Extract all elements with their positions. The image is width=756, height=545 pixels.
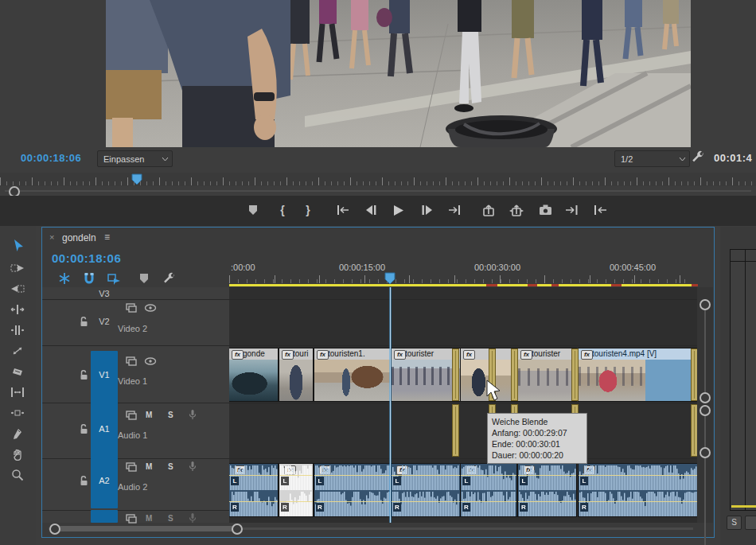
scrollbar-zoom-handle-left[interactable] (49, 524, 60, 535)
timeline-timecode[interactable]: 00:00:18:06 (52, 251, 121, 265)
insert-button[interactable] (564, 202, 580, 218)
monitor-scrollbar[interactable] (0, 186, 756, 196)
add-marker-button[interactable] (245, 202, 261, 218)
playhead-line[interactable] (390, 287, 391, 523)
monitor-duration-timecode[interactable]: 00:01:4 (714, 152, 756, 164)
play-button[interactable] (390, 202, 406, 218)
video-transition[interactable] (452, 348, 459, 401)
track-v1-eye-icon[interactable] (144, 356, 157, 366)
selection-tool[interactable] (9, 237, 26, 253)
track-a1-solo-button[interactable]: S (168, 411, 173, 419)
monitor-time-ruler[interactable] (0, 173, 756, 186)
video-clip-touristen2[interactable]: tourister fx (392, 348, 460, 401)
track-v1-target[interactable]: V1 (91, 370, 118, 380)
video-transition[interactable] (571, 348, 579, 401)
zoom-tool[interactable] (9, 467, 26, 483)
video-clip-touristen4-selected[interactable]: touristen4.mp4 [V] fx (579, 348, 697, 401)
track-a2-target[interactable]: A2 (91, 476, 118, 485)
track-a3-solo-button[interactable]: S (168, 514, 173, 523)
ripple-edit-tool[interactable] (9, 302, 26, 317)
zoom-level-dropdown[interactable]: Einpassen (97, 150, 173, 167)
track-select-forward-tool[interactable] (9, 260, 26, 276)
slide-tool[interactable] (9, 405, 26, 421)
track-v2-lock-icon[interactable] (79, 317, 89, 327)
snap-button[interactable] (83, 272, 95, 285)
overwrite-button[interactable] (592, 202, 608, 218)
mark-in-button[interactable]: { (275, 202, 290, 218)
video-clip-touri[interactable]: touri fx (279, 348, 313, 401)
track-a2-solo-button[interactable]: S (168, 462, 173, 471)
track-a3-mic-icon[interactable] (188, 512, 197, 524)
audio-clip-selected[interactable]: fx L R (279, 464, 313, 516)
track-v2-eye-icon[interactable] (144, 303, 157, 313)
rate-stretch-tool[interactable] (9, 343, 26, 359)
track-v1-lock-icon[interactable] (79, 370, 89, 380)
audio-clip[interactable]: fx L R (392, 464, 460, 516)
audio-scrollbar-handle[interactable] (699, 405, 711, 416)
nest-toggle-button[interactable] (58, 272, 71, 285)
timeline-playhead[interactable] (384, 272, 396, 285)
video-transition[interactable] (511, 348, 518, 401)
channel-left-label: L (393, 477, 401, 485)
audio-transition[interactable] (691, 404, 697, 457)
hand-tool[interactable] (9, 446, 26, 462)
video-scrollbar-handle[interactable] (699, 299, 711, 310)
timeline-tab-label[interactable]: gondeln (62, 232, 96, 243)
mark-out-button[interactable]: } (300, 202, 316, 218)
track-a1-synclock-icon[interactable] (126, 411, 137, 420)
razor-tool[interactable] (9, 364, 26, 380)
go-to-out-button[interactable] (446, 202, 462, 218)
step-back-button[interactable] (363, 202, 379, 218)
track-select-backward-tool[interactable] (9, 281, 26, 297)
audio-scrollbar-handle[interactable] (699, 447, 711, 458)
monitor-timecode[interactable]: 00:00:18:06 (21, 152, 81, 164)
audio-clip[interactable]: fx L R (579, 464, 697, 516)
step-forward-button[interactable] (419, 202, 435, 218)
slip-tool[interactable] (9, 384, 26, 400)
pen-tool[interactable] (9, 426, 26, 442)
audio-clip[interactable]: fx L R (314, 464, 390, 516)
audio-clip[interactable]: fx L R (461, 464, 516, 516)
track-v2-target[interactable]: V2 (91, 317, 118, 326)
timeline-add-marker-button[interactable] (138, 273, 150, 284)
linked-selection-button[interactable] (107, 272, 121, 285)
extract-button[interactable] (509, 202, 524, 218)
export-frame-button[interactable] (537, 202, 553, 218)
lift-button[interactable] (481, 202, 497, 218)
track-a2-mute-button[interactable]: M (146, 462, 152, 471)
go-to-in-button[interactable] (335, 202, 351, 218)
video-clip-tourister[interactable]: tourister fx (518, 348, 576, 401)
timeline-ruler[interactable]: :00:00 00:00:15:00 00:00:30:00 00:00:45:… (229, 259, 697, 287)
track-a3-target-highlight[interactable] (91, 510, 118, 523)
monitor-playhead[interactable] (131, 173, 142, 185)
video-transition[interactable] (691, 348, 697, 401)
track-a1-mute-button[interactable]: M (146, 411, 152, 419)
playback-resolution-dropdown[interactable]: 1/2 (614, 150, 690, 167)
tab-close-icon[interactable]: × (49, 232, 54, 242)
audio-clip[interactable]: fx L R (518, 464, 576, 516)
video-scrollbar-handle[interactable] (699, 392, 711, 403)
audio-transition[interactable] (452, 404, 459, 457)
timeline-horizontal-scrollbar[interactable] (42, 523, 712, 535)
track-a1-lock-icon[interactable] (79, 424, 89, 434)
track-v3-label[interactable]: V3 (91, 289, 118, 298)
audio-clip[interactable]: fx L R (229, 464, 278, 516)
fx-badge: fx (317, 350, 329, 360)
track-a1-target[interactable]: A1 (91, 424, 118, 434)
video-clip-gondeln[interactable]: gonde fx (229, 348, 278, 401)
track-v2-synclock-icon[interactable] (126, 303, 137, 313)
rolling-edit-tool[interactable] (9, 322, 26, 338)
panel-menu-icon[interactable]: ≡ (104, 232, 110, 243)
video-clip-touristen1[interactable]: touristen1. fx (314, 348, 390, 401)
scrollbar-zoom-handle-right[interactable] (232, 524, 243, 535)
track-a2-synclock-icon[interactable] (126, 462, 137, 472)
timeline-settings-button[interactable] (162, 272, 176, 286)
solo-button[interactable]: S (727, 516, 742, 530)
track-a1-mic-icon[interactable] (188, 409, 197, 420)
track-a2-mic-icon[interactable] (188, 461, 197, 472)
track-v1-synclock-icon[interactable] (126, 356, 137, 366)
track-a2-lock-icon[interactable] (79, 476, 89, 486)
meter-button-partial[interactable] (745, 516, 756, 530)
monitor-settings-button[interactable] (691, 150, 705, 165)
track-a3-mute-button[interactable]: M (146, 514, 152, 523)
